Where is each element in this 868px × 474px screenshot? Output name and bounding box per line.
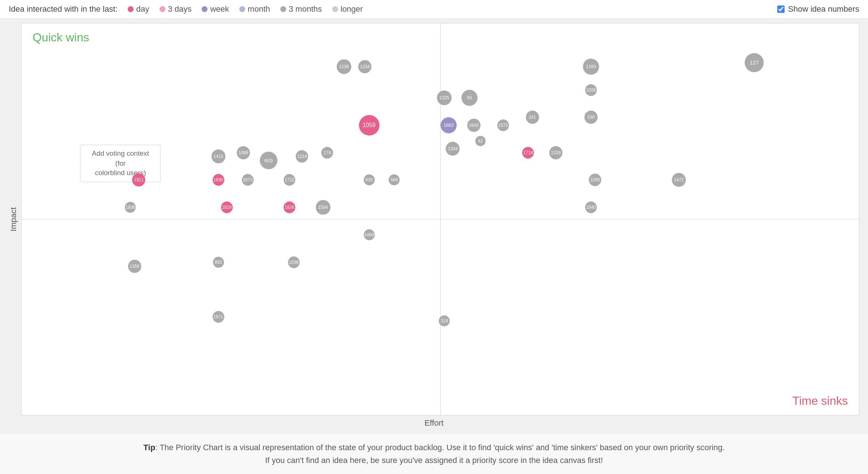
legend-dot-longer <box>332 6 338 12</box>
bubble-1883[interactable]: 1883 <box>441 117 457 133</box>
bubble-1073[interactable]: 1073 <box>242 174 254 186</box>
bubble-1643[interactable]: 1643 <box>467 119 480 132</box>
legend-label-3days: 3 days <box>168 4 192 14</box>
bubble-1334[interactable]: 1334 <box>446 142 460 156</box>
bubble-1573[interactable]: 1573 <box>497 119 509 131</box>
bubble-1095[interactable]: 1095 <box>589 174 601 186</box>
bubble-1640[interactable]: 1640 <box>585 201 597 213</box>
bubble-1238[interactable]: 1238 <box>288 256 300 268</box>
bubble-1830[interactable]: 1830 <box>213 174 224 186</box>
bubble-1836[interactable]: 1836 <box>125 202 136 213</box>
time-sinks-label: Time sinks <box>792 394 848 408</box>
bubble-893[interactable]: 893 <box>213 257 224 268</box>
bubble-1325[interactable]: 1325 <box>437 90 452 105</box>
legend-label-longer: longer <box>341 4 363 14</box>
legend-dot-day <box>128 6 134 12</box>
show-idea-numbers-checkbox[interactable] <box>777 5 785 13</box>
legend-item-3months: 3 months <box>280 4 322 14</box>
bubble-1356[interactable]: 1356 <box>128 260 141 273</box>
bubble-1214[interactable]: 1214 <box>296 150 308 163</box>
y-axis-label: Impact <box>9 23 18 415</box>
bubble-42[interactable]: 42 <box>475 136 486 146</box>
x-axis-label: Effort <box>9 418 859 428</box>
legend-label-month: month <box>248 4 270 14</box>
tip-section: Tip: The Priority Chart is a visual repr… <box>0 434 868 474</box>
bubble-1671[interactable]: 1671 <box>213 311 224 323</box>
main-content: Impact Quick wins Time sinks Add voting … <box>0 19 868 434</box>
bubble-603[interactable]: 603 <box>260 152 277 169</box>
bubble-1236[interactable]: 1236 <box>337 59 351 74</box>
bubble-1234[interactable]: 1234 <box>358 60 371 73</box>
show-idea-numbers-area: Show idea numbers <box>777 4 859 14</box>
bubble-1415[interactable]: 1415 <box>212 149 225 163</box>
legend-label-3months: 3 months <box>289 4 322 14</box>
show-idea-numbers-label: Show idea numbers <box>788 4 859 14</box>
bubble-1339[interactable]: 1339 <box>549 146 562 159</box>
legend-dot-month <box>239 6 245 12</box>
bubble-1059[interactable]: 1059 <box>359 115 379 136</box>
legend-item-3days: 3 days <box>160 4 192 14</box>
tip-text: : The Priority Chart is a visual represe… <box>155 443 725 465</box>
legend-label-day: day <box>136 4 149 14</box>
legend-item-day: day <box>128 4 149 14</box>
bubble-330[interactable]: 330 <box>584 111 598 124</box>
quick-wins-label: Quick wins <box>33 31 89 44</box>
bubble-1469[interactable]: 1469 <box>364 229 375 240</box>
vertical-divider <box>440 23 441 415</box>
bubble-506[interactable]: 506 <box>389 174 400 185</box>
bubble-1718[interactable]: 1718 <box>522 147 534 159</box>
legend-dot-3months <box>280 6 286 12</box>
annotation-box: Add voting context (forcolorblind users) <box>80 145 161 182</box>
legend-item-month: month <box>239 4 270 14</box>
bubble-241[interactable]: 241 <box>526 111 539 124</box>
legend-title: Idea interacted with in the last: <box>9 4 117 14</box>
bubble-127[interactable]: 127 <box>745 53 764 72</box>
bubble-830[interactable]: 830 <box>364 174 375 185</box>
bubble-1911[interactable]: 1911 <box>132 173 145 186</box>
bubble-1829[interactable]: 1829 <box>221 201 233 213</box>
bubble-1088[interactable]: 1088 <box>237 146 250 159</box>
legend-dot-3days <box>160 6 165 12</box>
bubble-174[interactable]: 174 <box>321 147 333 159</box>
tip-bold: Tip <box>143 443 156 452</box>
bubble-1712[interactable]: 1712 <box>284 174 295 186</box>
bubble-1504[interactable]: 1504 <box>316 200 330 215</box>
annotation-text: Add voting context (forcolorblind users) <box>92 149 149 177</box>
bubble-65[interactable]: 65 <box>461 90 478 106</box>
legend-item-week: week <box>202 4 229 14</box>
chart-area: Quick wins Time sinks Add voting context… <box>21 23 859 415</box>
legend-label-week: week <box>210 4 229 14</box>
chart-wrapper: Impact Quick wins Time sinks Add voting … <box>9 23 859 415</box>
legend-dot-week <box>202 6 207 12</box>
legend-bar: Idea interacted with in the last: day 3 … <box>0 0 868 19</box>
bubble-1826[interactable]: 1826 <box>284 201 295 213</box>
bubble-318[interactable]: 318 <box>439 315 450 326</box>
legend-item-longer: longer <box>332 4 363 14</box>
bubble-1160[interactable]: 1160 <box>583 59 599 75</box>
bubble-1028[interactable]: 1028 <box>585 84 597 96</box>
bubble-1472[interactable]: 1472 <box>672 173 686 187</box>
